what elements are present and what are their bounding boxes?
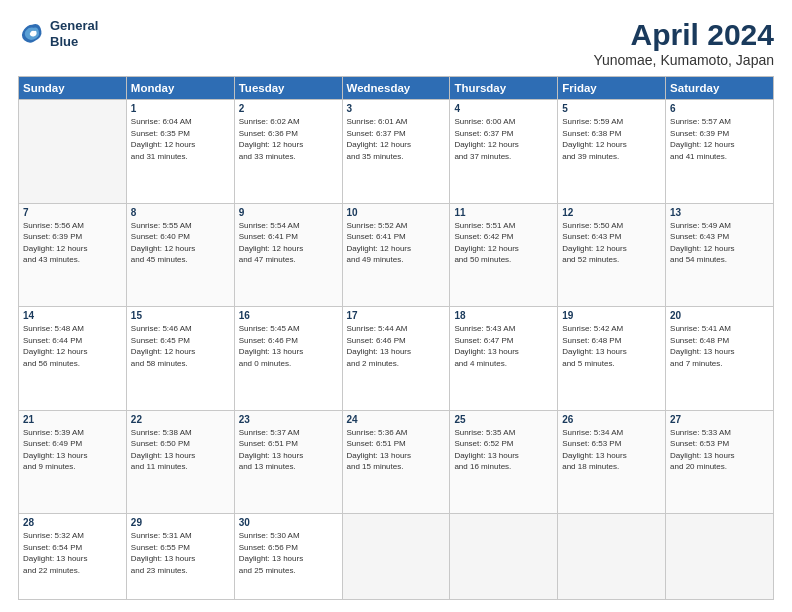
day-number: 21	[23, 414, 122, 425]
day-info: Sunrise: 5:56 AM Sunset: 6:39 PM Dayligh…	[23, 220, 122, 266]
calendar-cell	[19, 100, 127, 204]
week-row-3: 14Sunrise: 5:48 AM Sunset: 6:44 PM Dayli…	[19, 307, 774, 411]
day-info: Sunrise: 5:54 AM Sunset: 6:41 PM Dayligh…	[239, 220, 338, 266]
calendar-cell: 23Sunrise: 5:37 AM Sunset: 6:51 PM Dayli…	[234, 410, 342, 514]
calendar-cell: 3Sunrise: 6:01 AM Sunset: 6:37 PM Daylig…	[342, 100, 450, 204]
calendar-cell: 7Sunrise: 5:56 AM Sunset: 6:39 PM Daylig…	[19, 203, 127, 307]
day-number: 14	[23, 310, 122, 321]
day-number: 28	[23, 517, 122, 528]
day-number: 29	[131, 517, 230, 528]
day-number: 22	[131, 414, 230, 425]
day-number: 30	[239, 517, 338, 528]
day-info: Sunrise: 5:44 AM Sunset: 6:46 PM Dayligh…	[347, 323, 446, 369]
day-number: 24	[347, 414, 446, 425]
day-info: Sunrise: 5:36 AM Sunset: 6:51 PM Dayligh…	[347, 427, 446, 473]
day-number: 23	[239, 414, 338, 425]
day-number: 27	[670, 414, 769, 425]
day-info: Sunrise: 6:00 AM Sunset: 6:37 PM Dayligh…	[454, 116, 553, 162]
day-info: Sunrise: 6:01 AM Sunset: 6:37 PM Dayligh…	[347, 116, 446, 162]
day-info: Sunrise: 5:57 AM Sunset: 6:39 PM Dayligh…	[670, 116, 769, 162]
calendar-cell: 8Sunrise: 5:55 AM Sunset: 6:40 PM Daylig…	[126, 203, 234, 307]
calendar-cell	[666, 514, 774, 600]
day-number: 19	[562, 310, 661, 321]
day-number: 2	[239, 103, 338, 114]
day-number: 3	[347, 103, 446, 114]
day-number: 11	[454, 207, 553, 218]
calendar-cell: 17Sunrise: 5:44 AM Sunset: 6:46 PM Dayli…	[342, 307, 450, 411]
calendar-cell: 24Sunrise: 5:36 AM Sunset: 6:51 PM Dayli…	[342, 410, 450, 514]
calendar-cell: 21Sunrise: 5:39 AM Sunset: 6:49 PM Dayli…	[19, 410, 127, 514]
generalblue-logo-icon	[18, 20, 46, 48]
calendar-cell: 1Sunrise: 6:04 AM Sunset: 6:35 PM Daylig…	[126, 100, 234, 204]
col-header-sunday: Sunday	[19, 77, 127, 100]
day-info: Sunrise: 5:32 AM Sunset: 6:54 PM Dayligh…	[23, 530, 122, 576]
day-number: 4	[454, 103, 553, 114]
calendar-cell: 10Sunrise: 5:52 AM Sunset: 6:41 PM Dayli…	[342, 203, 450, 307]
day-info: Sunrise: 5:45 AM Sunset: 6:46 PM Dayligh…	[239, 323, 338, 369]
page: General Blue April 2024 Yunomae, Kumamot…	[0, 0, 792, 612]
day-number: 10	[347, 207, 446, 218]
calendar-cell: 19Sunrise: 5:42 AM Sunset: 6:48 PM Dayli…	[558, 307, 666, 411]
calendar-cell: 16Sunrise: 5:45 AM Sunset: 6:46 PM Dayli…	[234, 307, 342, 411]
day-info: Sunrise: 5:55 AM Sunset: 6:40 PM Dayligh…	[131, 220, 230, 266]
calendar-cell: 22Sunrise: 5:38 AM Sunset: 6:50 PM Dayli…	[126, 410, 234, 514]
day-info: Sunrise: 5:48 AM Sunset: 6:44 PM Dayligh…	[23, 323, 122, 369]
day-number: 26	[562, 414, 661, 425]
day-number: 17	[347, 310, 446, 321]
main-title: April 2024	[593, 18, 774, 52]
day-info: Sunrise: 5:59 AM Sunset: 6:38 PM Dayligh…	[562, 116, 661, 162]
day-number: 7	[23, 207, 122, 218]
day-info: Sunrise: 5:33 AM Sunset: 6:53 PM Dayligh…	[670, 427, 769, 473]
day-number: 9	[239, 207, 338, 218]
calendar-cell: 2Sunrise: 6:02 AM Sunset: 6:36 PM Daylig…	[234, 100, 342, 204]
calendar-cell: 28Sunrise: 5:32 AM Sunset: 6:54 PM Dayli…	[19, 514, 127, 600]
day-info: Sunrise: 5:31 AM Sunset: 6:55 PM Dayligh…	[131, 530, 230, 576]
day-info: Sunrise: 5:30 AM Sunset: 6:56 PM Dayligh…	[239, 530, 338, 576]
calendar-cell: 14Sunrise: 5:48 AM Sunset: 6:44 PM Dayli…	[19, 307, 127, 411]
calendar-cell: 25Sunrise: 5:35 AM Sunset: 6:52 PM Dayli…	[450, 410, 558, 514]
calendar-cell: 13Sunrise: 5:49 AM Sunset: 6:43 PM Dayli…	[666, 203, 774, 307]
day-number: 25	[454, 414, 553, 425]
calendar-cell	[450, 514, 558, 600]
calendar-cell: 5Sunrise: 5:59 AM Sunset: 6:38 PM Daylig…	[558, 100, 666, 204]
day-info: Sunrise: 5:52 AM Sunset: 6:41 PM Dayligh…	[347, 220, 446, 266]
week-row-1: 1Sunrise: 6:04 AM Sunset: 6:35 PM Daylig…	[19, 100, 774, 204]
calendar-cell: 18Sunrise: 5:43 AM Sunset: 6:47 PM Dayli…	[450, 307, 558, 411]
day-number: 8	[131, 207, 230, 218]
logo-text: General Blue	[50, 18, 98, 49]
calendar-cell: 15Sunrise: 5:46 AM Sunset: 6:45 PM Dayli…	[126, 307, 234, 411]
day-number: 1	[131, 103, 230, 114]
day-number: 15	[131, 310, 230, 321]
day-number: 12	[562, 207, 661, 218]
calendar-table: SundayMondayTuesdayWednesdayThursdayFrid…	[18, 76, 774, 600]
day-number: 20	[670, 310, 769, 321]
col-header-friday: Friday	[558, 77, 666, 100]
header-row: SundayMondayTuesdayWednesdayThursdayFrid…	[19, 77, 774, 100]
calendar-cell: 27Sunrise: 5:33 AM Sunset: 6:53 PM Dayli…	[666, 410, 774, 514]
calendar-cell: 29Sunrise: 5:31 AM Sunset: 6:55 PM Dayli…	[126, 514, 234, 600]
calendar-cell	[342, 514, 450, 600]
day-info: Sunrise: 5:46 AM Sunset: 6:45 PM Dayligh…	[131, 323, 230, 369]
col-header-monday: Monday	[126, 77, 234, 100]
week-row-4: 21Sunrise: 5:39 AM Sunset: 6:49 PM Dayli…	[19, 410, 774, 514]
day-info: Sunrise: 5:39 AM Sunset: 6:49 PM Dayligh…	[23, 427, 122, 473]
col-header-saturday: Saturday	[666, 77, 774, 100]
day-info: Sunrise: 5:37 AM Sunset: 6:51 PM Dayligh…	[239, 427, 338, 473]
header: General Blue April 2024 Yunomae, Kumamot…	[18, 18, 774, 68]
day-info: Sunrise: 5:51 AM Sunset: 6:42 PM Dayligh…	[454, 220, 553, 266]
calendar-cell: 9Sunrise: 5:54 AM Sunset: 6:41 PM Daylig…	[234, 203, 342, 307]
day-info: Sunrise: 5:49 AM Sunset: 6:43 PM Dayligh…	[670, 220, 769, 266]
day-number: 13	[670, 207, 769, 218]
day-number: 5	[562, 103, 661, 114]
day-info: Sunrise: 6:02 AM Sunset: 6:36 PM Dayligh…	[239, 116, 338, 162]
day-info: Sunrise: 5:50 AM Sunset: 6:43 PM Dayligh…	[562, 220, 661, 266]
calendar-cell: 11Sunrise: 5:51 AM Sunset: 6:42 PM Dayli…	[450, 203, 558, 307]
subtitle: Yunomae, Kumamoto, Japan	[593, 52, 774, 68]
week-row-2: 7Sunrise: 5:56 AM Sunset: 6:39 PM Daylig…	[19, 203, 774, 307]
day-info: Sunrise: 5:38 AM Sunset: 6:50 PM Dayligh…	[131, 427, 230, 473]
calendar-cell	[558, 514, 666, 600]
calendar-cell: 12Sunrise: 5:50 AM Sunset: 6:43 PM Dayli…	[558, 203, 666, 307]
calendar-cell: 6Sunrise: 5:57 AM Sunset: 6:39 PM Daylig…	[666, 100, 774, 204]
col-header-wednesday: Wednesday	[342, 77, 450, 100]
calendar-cell: 4Sunrise: 6:00 AM Sunset: 6:37 PM Daylig…	[450, 100, 558, 204]
